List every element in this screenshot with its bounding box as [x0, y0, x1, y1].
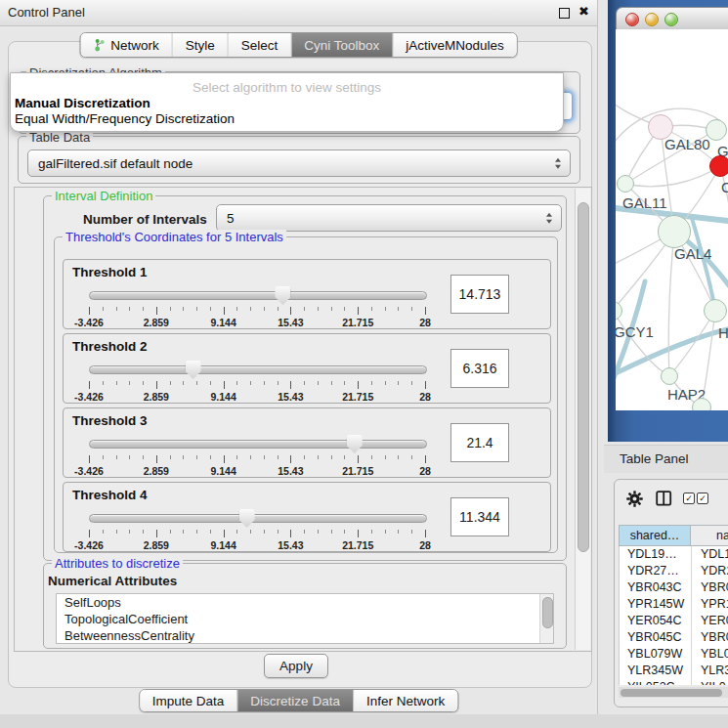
mac-close-button[interactable]: [625, 13, 639, 26]
thresholds-group-label: Threshold's Coordinates for 5 Intervals: [63, 230, 286, 244]
table-row-ypr145w[interactable]: YPR145WYPR1: [620, 596, 728, 613]
network-graph-icon: [93, 38, 106, 52]
algorithm-option-equal-width-frequency-discretization[interactable]: Equal Width/Frequency Discretization: [15, 111, 559, 126]
control-panel: Control Panel ✖ NetworkStyleSelectCyni T…: [0, 0, 598, 714]
table-hscrollbar-thumb[interactable]: [621, 689, 722, 697]
threshold-2-slider[interactable]: -3.4262.8599.14415.4321.71528: [89, 360, 425, 401]
threshold-3-slider[interactable]: -3.4262.8599.14415.4321.71528: [89, 434, 425, 475]
tick-label-28: 28: [419, 317, 431, 328]
network-node-ga[interactable]: [706, 119, 727, 141]
network-node-hap2[interactable]: [661, 367, 678, 385]
tab-discretize-data[interactable]: Discretize Data: [237, 690, 354, 711]
tab-network[interactable]: Network: [80, 33, 173, 57]
attribute-topologicalcoefficient[interactable]: TopologicalCoefficient: [57, 611, 553, 627]
mac-minimize-button[interactable]: [645, 13, 659, 26]
table-row-ydr27[interactable]: YDR27…YDR2: [620, 563, 728, 579]
tick-label-28: 28: [419, 391, 431, 403]
tick-label-3-426: -3.426: [74, 539, 104, 551]
threshold-3-box: Threshold 3-3.4262.8599.14415.4321.71528…: [63, 407, 551, 478]
network-node-c[interactable]: [709, 155, 728, 177]
attributes-scrollbar[interactable]: [539, 594, 553, 643]
column-header-shared-name[interactable]: shared…: [619, 525, 691, 546]
threshold-3-knob[interactable]: [347, 435, 363, 453]
table-row-yil052c[interactable]: YIL052CYIL0: [620, 679, 728, 685]
tab-jactivemnodules[interactable]: jActiveMNodules: [393, 33, 517, 57]
tick-label-3-426: -3.426: [74, 391, 104, 403]
interval-definition-label: Interval Definition: [52, 189, 155, 203]
threshold-4-value-field[interactable]: 11.344: [450, 497, 509, 536]
network-node-unlabeled[interactable]: [692, 398, 711, 410]
slider-ticks-major: [89, 307, 426, 315]
threshold-3-value-field[interactable]: 21.4: [450, 423, 509, 462]
slider-track[interactable]: [89, 514, 427, 523]
checkbox-checked-icon[interactable]: ✓: [697, 492, 708, 504]
tick-label-9-144: 9.144: [210, 317, 236, 328]
cell-name: YER0: [692, 613, 728, 629]
tab-infer-network[interactable]: Infer Network: [354, 690, 457, 711]
network-node-gal11[interactable]: [617, 175, 634, 193]
network-node-label-c: C: [721, 179, 728, 195]
mac-zoom-button[interactable]: [664, 13, 678, 26]
threshold-4-slider[interactable]: -3.4262.8599.14415.4321.71528: [89, 508, 425, 549]
cell-shared-name: YDL19…: [620, 546, 692, 563]
cell-shared-name: YBR045C: [620, 629, 692, 646]
table-row-ydl19[interactable]: YDL19…YDL1: [620, 546, 728, 563]
vertical-scrollbar[interactable]: [575, 189, 590, 650]
numerical-attributes-list[interactable]: SelfLoopsTopologicalCoefficientBetweenne…: [56, 593, 554, 644]
table-row-ybr043c[interactable]: YBR043CYBR0: [620, 579, 728, 596]
threshold-2-value-field[interactable]: 6.316: [450, 349, 509, 388]
attributes-group-label: Attributes to discretize: [52, 556, 183, 571]
slider-track[interactable]: [89, 365, 427, 374]
threshold-2-knob[interactable]: [186, 361, 201, 379]
cell-shared-name: YLR345W: [620, 663, 692, 679]
gear-icon[interactable]: [626, 491, 643, 510]
apply-button[interactable]: Apply: [264, 654, 328, 678]
number-of-intervals-select[interactable]: 5: [216, 204, 562, 232]
table-data-select[interactable]: galFiltered.sif default node: [27, 150, 571, 177]
network-node-h[interactable]: [704, 299, 727, 322]
network-canvas[interactable]: GAL80GACGAL11GAL4GCY1HHAP2: [616, 29, 728, 410]
threshold-1-slider[interactable]: -3.4262.8599.14415.4321.71528: [89, 285, 425, 326]
table-row-ybr045c[interactable]: YBR045CYBR0: [620, 629, 728, 646]
table-row-yer054c[interactable]: YER054CYER0: [620, 613, 728, 629]
panel-title: Control Panel: [8, 5, 85, 20]
attribute-selfloops[interactable]: SelfLoops: [57, 594, 553, 611]
split-view-icon[interactable]: [656, 491, 672, 509]
network-view-window[interactable]: GAL80GACGAL11GAL4GCY1HHAP2: [608, 0, 728, 442]
table-data-label: Table Data: [26, 130, 93, 145]
slider-track[interactable]: [89, 291, 427, 300]
threshold-1-knob[interactable]: [275, 286, 290, 305]
network-window-titlebar[interactable]: [616, 7, 728, 31]
column-header-name[interactable]: na: [691, 525, 728, 546]
slider-track[interactable]: [89, 440, 427, 449]
interval-definition-group: Interval Definition Number of Intervals …: [43, 195, 567, 561]
tick-label-21-715: 21.715: [342, 317, 373, 328]
tick-label-28: 28: [419, 539, 431, 551]
attribute-betweennesscentrality[interactable]: BetweennessCentrality: [57, 627, 553, 644]
tick-label-15-43: 15.43: [278, 317, 303, 328]
checkbox-checked-icon[interactable]: ✓: [683, 492, 695, 504]
close-icon[interactable]: ✖: [578, 4, 589, 19]
tab-cyni-toolbox[interactable]: Cyni Toolbox: [291, 33, 393, 57]
table-horizontal-scrollbar[interactable]: [619, 687, 728, 698]
threshold-4-knob[interactable]: [239, 509, 255, 528]
cell-name: YDL1: [692, 546, 728, 563]
tab-label: Select: [241, 38, 278, 53]
tab-impute-data[interactable]: Impute Data: [140, 690, 238, 711]
network-node-gal4[interactable]: [658, 215, 691, 248]
tab-style[interactable]: Style: [173, 33, 229, 57]
number-of-intervals-label: Number of Intervals: [83, 212, 207, 227]
attributes-scrollbar-thumb[interactable]: [542, 597, 553, 628]
table-row-ybl079w[interactable]: YBL079WYBL0: [620, 646, 728, 663]
combo-arrows-icon: [555, 158, 561, 169]
tick-label-15-43: 15.43: [278, 465, 303, 477]
table-row-ylr345w[interactable]: YLR345WYLR3: [620, 663, 728, 679]
vertical-scrollbar-thumb[interactable]: [578, 202, 589, 552]
threshold-1-value-field[interactable]: 14.713: [450, 275, 509, 314]
tab-select[interactable]: Select: [229, 33, 292, 57]
threshold-1-box: Threshold 1-3.4262.8599.14415.4321.71528…: [63, 259, 551, 329]
algorithm-option-manual-discretization[interactable]: Manual Discretization: [15, 96, 559, 110]
threshold-4-label: Threshold 4: [72, 488, 148, 502]
algorithm-placeholder: Select algorithm to view settings: [11, 80, 563, 95]
float-window-icon[interactable]: [559, 8, 570, 19]
